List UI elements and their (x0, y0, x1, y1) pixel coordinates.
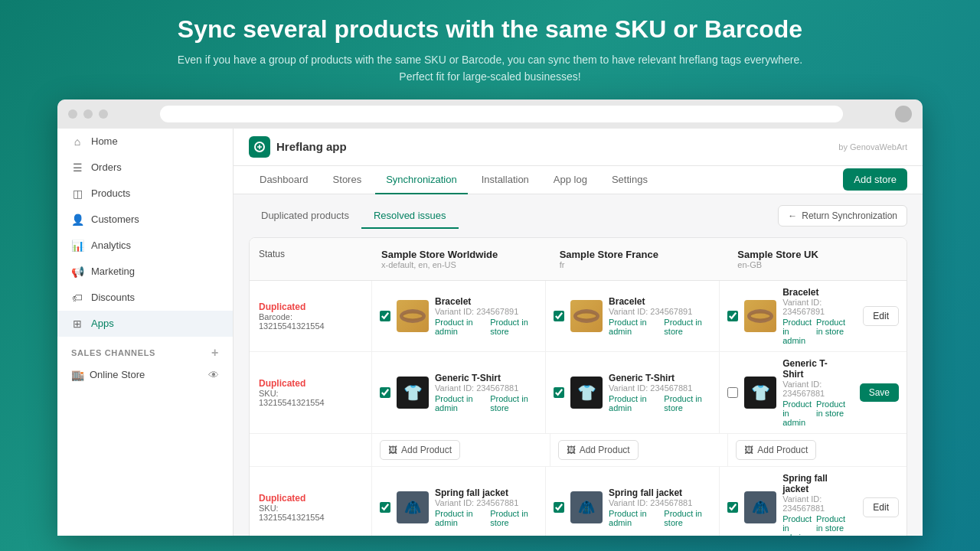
status-type-2: SKU: (259, 389, 362, 398)
th-store-worldwide: Sample Store Worldwide x-default, en, en… (372, 244, 550, 274)
tab-installation[interactable]: Installation (471, 166, 540, 194)
product-admin-link-2-2[interactable]: Product in admin (782, 399, 812, 427)
product-cell-1-2: Bracelet Variant ID: 234567891 Product i… (720, 281, 906, 351)
add-product-button-1[interactable]: 🖼 Add Product (558, 440, 639, 460)
status-code-2: 13215541321554 (259, 398, 362, 407)
th-store-uk: Sample Store UK en-GB (728, 244, 906, 274)
product-admin-link-3-1[interactable]: Product in admin (609, 509, 659, 527)
product-info-2-2: Generic T-Shirt Variant ID: 234567881 Pr… (782, 358, 845, 427)
product-thumb-2-1: 👕 (570, 377, 603, 409)
sidebar-item-apps[interactable]: ⊞ Apps (57, 311, 233, 337)
status-cell-3: Duplicated SKU: 13215541321554 (250, 467, 372, 536)
product-store-link-2-2[interactable]: Product in store (816, 399, 845, 427)
product-store-link-2-0[interactable]: Product in store (490, 394, 537, 412)
product-checkbox-2-0[interactable] (380, 387, 390, 398)
product-thumb-2-0: 👕 (397, 377, 429, 409)
product-checkbox-2-1[interactable] (554, 387, 564, 398)
sidebar-item-marketing[interactable]: 📢 Marketing (57, 259, 233, 285)
product-admin-link-1-0[interactable]: Product in admin (435, 318, 485, 336)
status-cell-1: Duplicated Barcode: 13215541321554 (250, 281, 372, 351)
sidebar-item-analytics[interactable]: 📊 Analytics (57, 233, 233, 259)
sidebar-item-home[interactable]: ⌂ Home (57, 129, 233, 155)
product-thumb-1-1 (570, 300, 603, 332)
tab-settings[interactable]: Settings (601, 166, 658, 194)
add-sales-channel-icon[interactable]: + (211, 346, 219, 360)
analytics-icon: 📊 (71, 240, 83, 252)
sidebar-item-label-marketing: Marketing (91, 266, 135, 277)
product-store-link-2-1[interactable]: Product in store (664, 394, 711, 412)
app-logo-icon (249, 136, 270, 158)
product-cell-2-2: 👕 Generic T-Shirt Variant ID: 234567881 … (720, 352, 906, 433)
product-thumb-1-0 (397, 300, 429, 332)
product-checkbox-3-0[interactable] (380, 502, 390, 513)
add-product-button-2[interactable]: 🖼 Add Product (736, 440, 816, 460)
product-cell-2-1: 👕 Generic T-Shirt Variant ID: 234567881 … (546, 352, 720, 433)
product-checkbox-3-1[interactable] (554, 502, 564, 513)
th-store-france: Sample Store France fr (550, 244, 729, 274)
product-admin-link-3-0[interactable]: Product in admin (435, 509, 485, 527)
add-prod-cell-2: 🖼 Add Product (728, 434, 906, 466)
product-cell-3-2: 🧥 Spring fall jacket Variant ID: 2345678… (720, 467, 906, 536)
row-action-1: Edit (863, 306, 899, 326)
sidebar-item-customers[interactable]: 👤 Customers (57, 207, 233, 233)
product-store-link-1-0[interactable]: Product in store (490, 318, 537, 336)
svg-point-3 (750, 312, 771, 320)
tab-synchronization[interactable]: Synchronization (375, 166, 468, 194)
product-checkbox-1-0[interactable] (380, 311, 390, 321)
status-type-3: SKU: (259, 504, 362, 513)
sync-tab-duplicated[interactable]: Duplicated products (249, 204, 361, 229)
product-thumb-1-2 (744, 300, 776, 332)
product-info-3-1: Spring fall jacket Variant ID: 234567881… (609, 487, 711, 527)
table-row: Duplicated Barcode: 13215541321554 Brace… (250, 281, 906, 352)
product-store-link-1-1[interactable]: Product in store (664, 318, 711, 336)
product-checkbox-1-2[interactable] (727, 311, 738, 321)
product-admin-link-3-2[interactable]: Product in admin (782, 514, 812, 536)
product-store-link-1-2[interactable]: Product in store (816, 318, 845, 345)
table-header: Status Sample Store Worldwide x-default,… (250, 238, 906, 281)
main-content: Hreflang app by GenovaWebArt Dashboard S… (234, 129, 923, 536)
edit-button-1[interactable]: Edit (863, 306, 899, 326)
add-product-button-0[interactable]: 🖼 Add Product (380, 440, 460, 460)
discounts-icon: 🏷 (71, 292, 83, 304)
product-admin-link-2-0[interactable]: Product in admin (435, 394, 485, 412)
return-sync-button[interactable]: ← Return Synchronization (778, 205, 907, 227)
sidebar-item-products[interactable]: ◫ Products (57, 181, 233, 207)
sidebar-item-online-store[interactable]: 🏬 Online Store 👁 (57, 363, 233, 387)
product-admin-link-1-2[interactable]: Product in admin (782, 318, 812, 345)
add-prod-cell-1: 🖼 Add Product (550, 434, 729, 466)
product-store-link-3-1[interactable]: Product in store (664, 509, 711, 527)
svg-point-1 (402, 312, 423, 320)
product-checkbox-1-1[interactable] (554, 311, 564, 321)
tab-app-log[interactable]: App log (543, 166, 598, 194)
hero-subtitle: Even if you have a group of products wit… (178, 51, 802, 86)
product-checkbox-2-2[interactable] (727, 387, 738, 398)
table-row: Duplicated SKU: 13215541321554 👕 Generic… (250, 352, 906, 434)
product-admin-link-1-1[interactable]: Product in admin (609, 318, 659, 336)
return-icon: ← (788, 210, 797, 221)
product-checkbox-3-2[interactable] (727, 502, 738, 513)
product-store-link-3-0[interactable]: Product in store (490, 509, 537, 527)
sync-tabs: Duplicated products Resolved issues (249, 204, 459, 228)
store-visibility-icon[interactable]: 👁 (208, 369, 219, 381)
tab-stores[interactable]: Stores (322, 166, 373, 194)
status-label-1: Duplicated (259, 302, 362, 312)
sync-tab-resolved[interactable]: Resolved issues (361, 204, 459, 229)
browser-url-bar[interactable] (160, 106, 843, 122)
home-icon: ⌂ (71, 135, 83, 148)
app-by: by GenovaWebArt (838, 142, 907, 152)
product-info-2-0: Generic T-Shirt Variant ID: 234567881 Pr… (435, 373, 537, 412)
product-info-3-0: Spring fall jacket Variant ID: 234567881… (435, 487, 537, 527)
sidebar-item-label-apps: Apps (91, 318, 114, 329)
sidebar-item-discounts[interactable]: 🏷 Discounts (57, 285, 233, 311)
product-store-link-3-2[interactable]: Product in store (816, 514, 845, 536)
save-button-2[interactable]: Save (860, 383, 899, 402)
tab-dashboard[interactable]: Dashboard (249, 166, 319, 194)
nav-tabs: Dashboard Stores Synchronization Install… (234, 166, 923, 194)
edit-button-3[interactable]: Edit (863, 497, 899, 517)
add-store-button[interactable]: Add store (843, 168, 907, 191)
product-admin-link-2-1[interactable]: Product in admin (609, 394, 659, 412)
products-icon: ◫ (71, 187, 83, 200)
product-cell-1-1: Bracelet Variant ID: 234567891 Product i… (546, 281, 720, 351)
product-thumb-3-1: 🧥 (570, 491, 603, 523)
sidebar-item-orders[interactable]: ☰ Orders (57, 155, 233, 181)
